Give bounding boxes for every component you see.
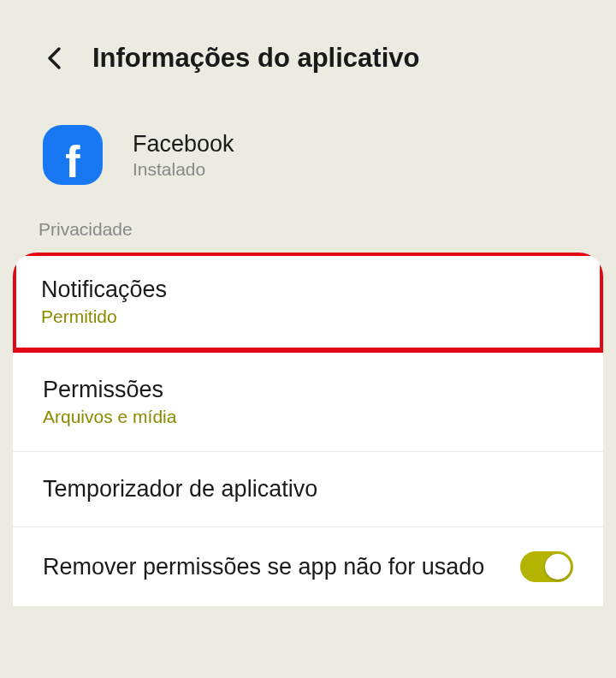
- page-title: Informações do aplicativo: [92, 43, 419, 74]
- setting-notifications[interactable]: Notificações Permitido: [13, 253, 603, 353]
- setting-permissions[interactable]: Permissões Arquivos e mídia: [13, 353, 603, 452]
- setting-subtitle: Arquivos e mídia: [43, 407, 176, 427]
- app-status: Instalado: [133, 159, 234, 180]
- back-icon[interactable]: [43, 46, 67, 70]
- app-details: Facebook Instalado: [133, 131, 234, 180]
- setting-title: Notificações: [41, 277, 167, 303]
- settings-card: Notificações Permitido Permissões Arquiv…: [13, 253, 603, 606]
- facebook-icon: f: [43, 125, 103, 185]
- section-label: Privacidade: [0, 219, 616, 253]
- toggle-knob: [545, 554, 571, 580]
- setting-subtitle: Permitido: [41, 306, 167, 327]
- setting-title: Remover permissões se app não for usado: [43, 554, 484, 580]
- setting-title: Temporizador de aplicativo: [43, 476, 317, 503]
- setting-title: Permissões: [43, 377, 176, 403]
- toggle-switch[interactable]: [520, 551, 573, 582]
- app-info: f Facebook Instalado: [0, 99, 616, 219]
- setting-timer[interactable]: Temporizador de aplicativo: [13, 452, 603, 527]
- setting-remove-permissions[interactable]: Remover permissões se app não for usado: [13, 527, 603, 606]
- app-name: Facebook: [133, 131, 234, 158]
- header: Informações do aplicativo: [0, 0, 616, 99]
